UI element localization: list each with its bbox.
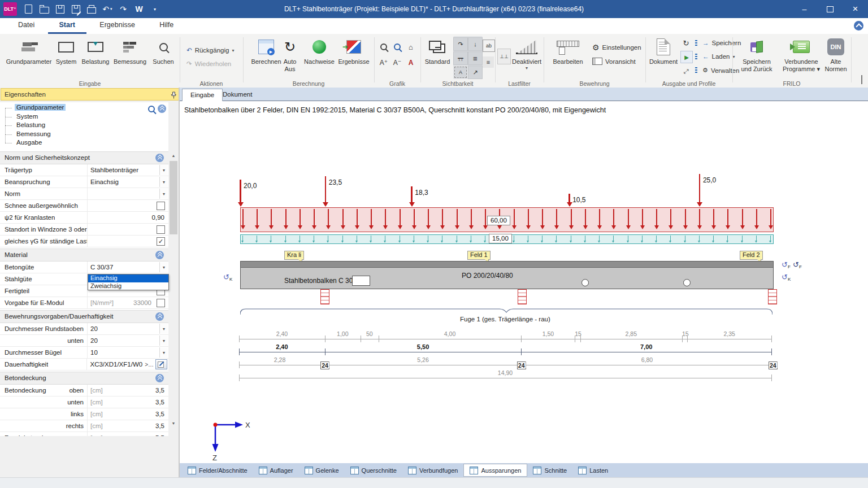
pendulum-supports-button[interactable]: ⊥⊥ [497,49,511,64]
bottom-tab-felder-abschnitte[interactable]: Felder/Abschnitte [182,465,253,476]
visibility-toggle-button[interactable]: ↓ [468,37,483,51]
sidebar-item-ausgabe[interactable]: Ausgabe [0,138,168,147]
nachweise-button[interactable]: Nachweise [302,37,337,66]
visibility-toggle-button[interactable]: ┯┯ [453,51,468,65]
collapse-section-icon[interactable] [155,374,164,382]
sidebar-scrollbar[interactable]: ▲ ▼ [169,151,178,428]
tab-ergebnisse[interactable]: Ergebnisse [88,18,146,32]
section-header[interactable]: Norm und Sicherheitskonzept [0,151,168,164]
close-button[interactable]: × [843,0,868,18]
collapse-section-icon[interactable] [155,312,164,321]
grundparameter-button[interactable]: Grundparameter [6,37,52,66]
bemessung-button[interactable]: Bemessung [112,37,148,66]
bottom-tab-gelenke[interactable]: Gelenke [299,465,345,476]
bottom-tab-auflager[interactable]: Auflager [253,465,299,476]
select-value[interactable]: 20 [88,325,98,332]
bewehrung-bearbeiten-button[interactable]: Bearbeiten [548,37,588,66]
dropdown-button[interactable]: ▾ [159,189,168,199]
checkbox[interactable]: ✓ [157,237,165,246]
section-header[interactable]: Betondeckung [0,372,168,385]
dropdown-option[interactable]: Einachsig [88,274,168,282]
auto-aus-button[interactable]: ↻Auto Aus [277,37,303,72]
number-value[interactable]: 3,5 [155,387,168,394]
system-button[interactable]: System [53,37,79,66]
print-button[interactable] [85,2,98,16]
number-value[interactable]: 3,5 [155,399,168,406]
refresh-profile-button[interactable]: ↻ [680,37,692,49]
voransicht-button[interactable]: Voransicht [592,58,636,65]
zoom-button[interactable] [377,41,390,53]
visibility-toggle-button[interactable]: ▥ [468,51,483,65]
edit-button[interactable] [155,359,167,369]
dropdown-button[interactable]: ▾ [159,177,168,187]
collapse-all-icon[interactable] [158,104,166,113]
pin-icon[interactable] [171,91,177,102]
legend-toggle-button[interactable]: ≡ [483,56,494,68]
ergebnisse-button[interactable]: Ergebnisse [335,37,373,66]
tab-dokument[interactable]: Dokument [215,89,260,101]
tab-datei[interactable]: Datei [7,18,46,32]
zoom-home-button[interactable]: ⌂ [405,41,417,53]
bottom-tab-lasten[interactable]: Lasten [572,465,614,476]
standard-view-button[interactable]: Standard [422,37,453,66]
font-smaller-button[interactable]: A⁻ [391,56,403,69]
new-document-button[interactable] [21,2,35,16]
section-header[interactable]: Bewehrungsvorgaben/Dauerhaftigkeit [0,310,168,323]
einstellungen-button[interactable]: ⚙Einstellungen [592,43,641,52]
select-value[interactable]: Stahlbetonträger [88,167,138,173]
suchen-button[interactable]: Suchen [149,37,177,66]
checkbox[interactable] [157,225,165,234]
rueckgaengig-button[interactable]: ↶Rückgängig▾ [186,46,234,54]
dropdown-button[interactable]: ▾ [159,262,168,272]
checkbox[interactable] [157,299,165,307]
dropdown-button[interactable]: ▾ [159,324,168,334]
dropdown-option[interactable]: Zweiachsig [88,282,168,290]
select-value[interactable]: Einachsig [88,178,119,185]
expand-profile-button[interactable]: ⤢ [680,66,692,77]
undo-button[interactable]: ↶▾ [101,2,114,16]
tab-start[interactable]: Start [48,18,86,34]
save-as-button[interactable] [69,2,83,16]
scroll-down-button[interactable]: ▼ [169,419,178,428]
number-value[interactable]: 33000 [133,299,155,306]
speichern-zurueck-button[interactable]: Speichern und Zurück [735,37,779,72]
sidebar-item-grundparameter[interactable]: Grundparameter [0,103,168,112]
tab-hilfe[interactable]: Hilfe [148,18,185,32]
dropdown-button[interactable]: ▾ [159,165,168,175]
visibility-toggle-button[interactable]: A [454,67,467,78]
font-larger-button[interactable]: A⁺ [377,56,390,69]
save-button[interactable] [53,2,67,16]
font-color-button[interactable]: A [405,56,417,69]
scrollbar-thumb[interactable] [170,161,177,234]
number-value[interactable]: 3,5 [155,422,168,429]
collapse-section-icon[interactable] [155,251,164,259]
labels-toggle-button[interactable]: ab [483,40,495,52]
number-value[interactable]: 3,5 [155,411,168,417]
select-value[interactable]: 10 [88,349,98,356]
dropdown-button[interactable]: ▾ [159,347,168,358]
bottom-tab-querschnitte[interactable]: Querschnitte [345,465,402,476]
visibility-toggle-button[interactable]: ↷ [453,37,468,51]
ribbon-collapse-button[interactable] [861,76,862,84]
open-profile-button[interactable]: ▶ [680,51,693,63]
checkbox[interactable] [157,202,165,210]
sidebar-item-system[interactable]: System [0,112,168,121]
scroll-up-button[interactable]: ▲ [169,151,178,160]
wiederholen-button[interactable]: ↷Wiederholen [186,60,231,68]
lastfilter-deaktiviert-button[interactable]: Deaktiviert▾ [511,37,542,71]
help-icon[interactable] [854,21,863,30]
number-value[interactable]: 0,90 [152,214,168,221]
zoom-window-button[interactable] [391,41,403,53]
alte-normen-button[interactable]: DINAlte Normen [823,37,849,72]
dropdown-button[interactable]: ▾ [159,336,168,346]
collapse-section-icon[interactable] [155,154,164,162]
tree-search-icon[interactable] [148,106,155,112]
sidebar-item-bemessung[interactable]: Bemessung [0,130,168,139]
verbundene-programme-button[interactable]: Verbundene Programme ▾ [780,37,823,72]
belastung-button[interactable]: Belastung [80,37,111,66]
bottom-tab-aussparungen[interactable]: Aussparungen [463,464,527,477]
open-button[interactable] [37,2,51,16]
bottom-tab-verbundfugen[interactable]: Verbundfugen [402,465,464,476]
edit-value[interactable]: XC3/XD1/XF1/W0 [87,361,142,368]
dokument-button[interactable]: Dokument [648,37,679,66]
